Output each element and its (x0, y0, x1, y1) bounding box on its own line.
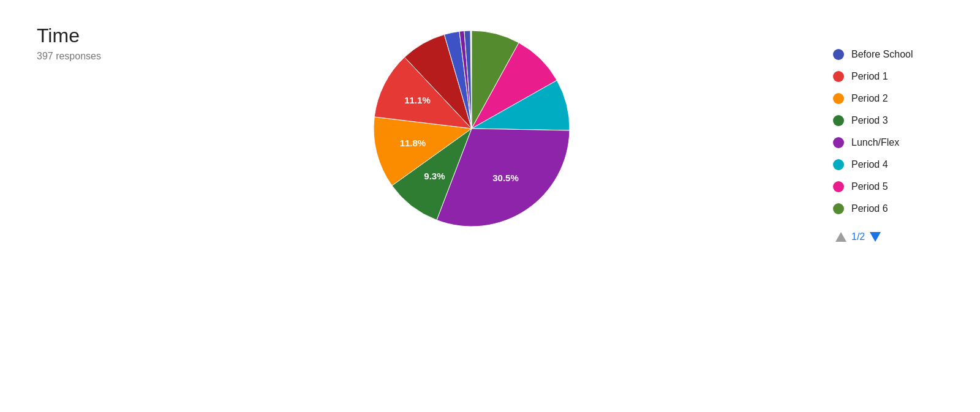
legend-item-3: Period 3 (833, 115, 943, 126)
legend-item-2: Period 2 (833, 93, 943, 104)
next-page-button[interactable] (870, 232, 881, 242)
prev-page-button[interactable] (835, 232, 846, 242)
svg-text:9.3%: 9.3% (424, 171, 445, 181)
legend-dot-3 (833, 115, 844, 126)
legend-label-0: Before School (851, 49, 913, 60)
legend-dot-1 (833, 71, 844, 82)
legend-dot-4 (833, 137, 844, 148)
legend-item-1: Period 1 (833, 71, 943, 82)
pie-svg: 30.5%9.3%11.8%11.1% (368, 24, 576, 233)
legend-label-2: Period 2 (851, 93, 888, 104)
svg-text:30.5%: 30.5% (492, 173, 519, 183)
legend-item-0: Before School (833, 49, 943, 60)
legend-item-7: Period 6 (833, 203, 943, 214)
legend-label-4: Lunch/Flex (851, 137, 899, 148)
svg-text:11.1%: 11.1% (404, 95, 431, 105)
legend-item-4: Lunch/Flex (833, 137, 943, 148)
legend-label-1: Period 1 (851, 71, 888, 82)
legend-dot-2 (833, 93, 844, 104)
chart-subtitle: 397 responses (37, 51, 101, 62)
chart-title: Time (37, 24, 80, 47)
svg-text:11.8%: 11.8% (400, 138, 426, 148)
legend-dot-5 (833, 159, 844, 170)
legend-label-3: Period 3 (851, 115, 888, 126)
legend-dot-0 (833, 49, 844, 60)
legend-item-5: Period 4 (833, 159, 943, 170)
page-indicator: 1/2 (851, 231, 865, 242)
legend: Before School Period 1 Period 2 Period 3… (833, 49, 943, 225)
legend-label-7: Period 6 (851, 203, 888, 214)
legend-panel: Before School Period 1 Period 2 Period 3… (784, 24, 943, 242)
legend-dot-6 (833, 181, 844, 192)
legend-label-5: Period 4 (851, 159, 888, 170)
legend-item-6: Period 5 (833, 181, 943, 192)
legend-label-6: Period 5 (851, 181, 888, 192)
pagination: 1/2 (833, 231, 943, 242)
pie-chart: 30.5%9.3%11.8%11.1% (368, 24, 576, 233)
legend-dot-7 (833, 203, 844, 214)
